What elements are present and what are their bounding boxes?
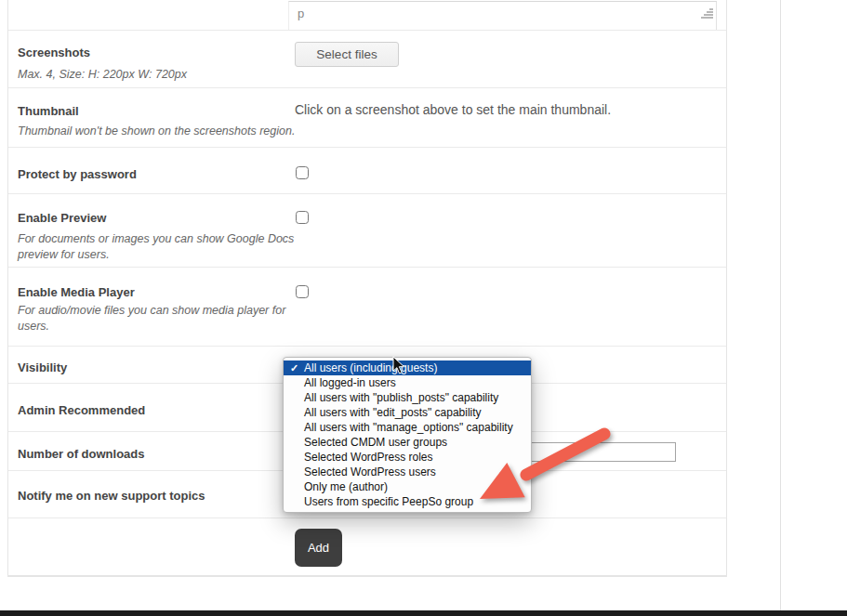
form-row-enable-media-player: Enable Media Player For audio/movie file…: [8, 268, 726, 347]
enable-preview-checkbox[interactable]: [296, 211, 309, 224]
admin-recommended-label: Admin Recommended: [18, 403, 145, 417]
dropdown-option[interactable]: All users with "publish_posts" capabilit…: [284, 390, 531, 405]
add-button[interactable]: Add: [295, 529, 342, 567]
dropdown-option[interactable]: Selected WordPress users: [284, 465, 531, 479]
dropdown-option-selected[interactable]: ✓ All users (including guests): [284, 360, 531, 375]
form-row-thumbnail: Thumbnail Thumbnail won't be shown on th…: [8, 88, 726, 148]
content-edge-divider: [780, 0, 781, 610]
number-of-downloads-label: Number of downloads: [18, 447, 145, 461]
dropdown-option[interactable]: All users with "manage_options" capabili…: [284, 420, 531, 435]
enable-preview-label: Enable Preview: [18, 211, 106, 225]
notify-support-topics-label: Notify me on new support topics: [18, 489, 205, 503]
screenshots-label: Screenshots: [18, 46, 90, 59]
dropdown-option[interactable]: All users with "edit_posts" capability: [284, 405, 531, 420]
enable-media-player-description: For audio/movie files you can show media…: [18, 303, 297, 334]
thumbnail-label: Thumbnail: [18, 104, 79, 118]
form-row-enable-preview: Enable Preview For documents or images y…: [8, 194, 726, 268]
thumbnail-hint-text: Click on a screenshot above to set the m…: [295, 102, 611, 117]
dropdown-option[interactable]: Only me (author): [284, 479, 531, 494]
screenshots-description: Max. 4, Size: H: 220px W: 720px: [18, 67, 297, 83]
protect-password-label: Protect by password: [18, 167, 137, 181]
screen-bottom-bar: [0, 610, 847, 616]
editor-element-path: p: [298, 7, 304, 20]
visibility-dropdown-menu: ✓ All users (including guests) All logge…: [283, 357, 532, 513]
editor-statusbar: p: [288, 1, 717, 30]
dropdown-option[interactable]: Selected WordPress roles: [284, 450, 531, 465]
enable-media-player-checkbox[interactable]: [296, 285, 309, 298]
resize-grabber-icon[interactable]: [699, 7, 713, 20]
thumbnail-description: Thumbnail won't be shown on the screensh…: [18, 124, 297, 139]
dropdown-option[interactable]: Selected CMDM user groups: [284, 435, 531, 450]
enable-preview-description: For documents or images you can show Goo…: [18, 231, 297, 263]
dropdown-option[interactable]: Users from specific PeepSo group: [284, 494, 531, 509]
select-files-button[interactable]: Select files: [295, 42, 399, 67]
form-row-submit: Add: [8, 518, 726, 576]
checkmark-icon: ✓: [290, 360, 298, 375]
enable-media-player-label: Enable Media Player: [18, 285, 135, 299]
dropdown-option[interactable]: All logged-in users: [284, 375, 531, 390]
dropdown-option-label: All users (including guests): [304, 361, 437, 374]
form-row-screenshots: Screenshots Max. 4, Size: H: 220px W: 72…: [8, 31, 726, 88]
visibility-label: Visibility: [18, 360, 67, 374]
form-row-editor-statusbar: p: [8, 0, 726, 31]
form-row-protect-password: Protect by password: [8, 148, 726, 194]
protect-password-checkbox[interactable]: [296, 166, 309, 179]
